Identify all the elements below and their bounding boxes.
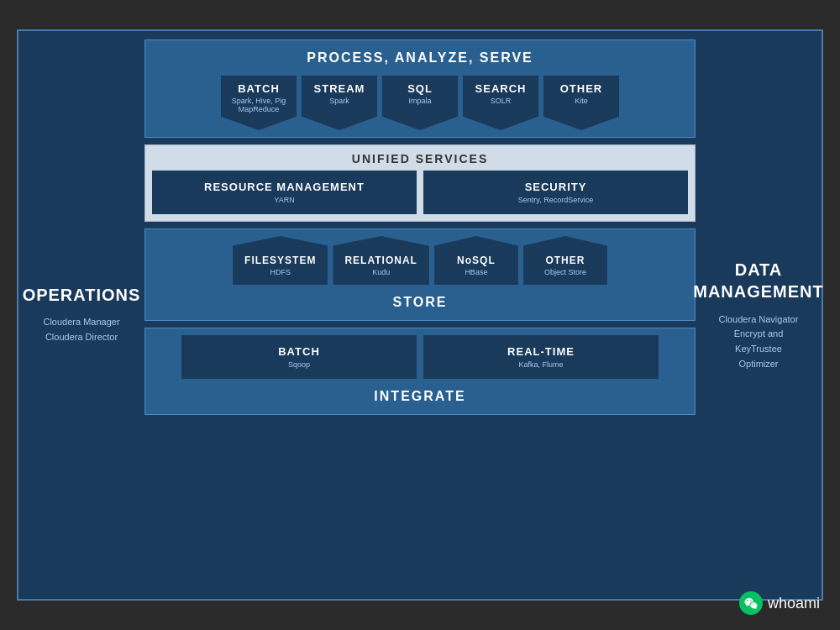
unified-section: UNIFIED SERVICES RESOURCE MANAGEMENT YAR… [144, 144, 696, 222]
operations-title: OPERATIONS [23, 286, 141, 305]
store-card-other: OTHER Object Store [523, 236, 607, 285]
integrate-cards: BATCH Sqoop REAL-TIME Kafka, Flume [152, 335, 688, 379]
store-card-relational: RELATIONAL Kudu [333, 236, 428, 285]
data-management-subtitle: Cloudera Navigator Encrypt and KeyTruste… [712, 312, 805, 371]
store-card-filesystem: FILESYSTEM HDFS [233, 236, 328, 285]
process-card-sql: SQL Impala [382, 76, 458, 130]
wechat-icon [739, 591, 763, 615]
main-diagram: OPERATIONS Cloudera Manager Cloudera Dir… [17, 29, 823, 601]
data-management-title: DATAMANAGEMENT [693, 259, 824, 302]
process-card-stream: STREAM Spark [302, 76, 377, 130]
center-content: PROCESS, ANALYZE, SERVE BATCH Spark, Hiv… [144, 39, 696, 591]
unified-cards: RESOURCE MANAGEMENT YARN SECURITY Sentry… [152, 171, 688, 214]
integrate-section: BATCH Sqoop REAL-TIME Kafka, Flume INTEG… [144, 328, 696, 415]
data-management-panel: DATAMANAGEMENT Cloudera Navigator Encryp… [704, 39, 813, 591]
integrate-card-batch: BATCH Sqoop [181, 335, 417, 379]
store-cards: FILESYSTEM HDFS RELATIONAL Kudu NoSQL HB… [152, 236, 688, 285]
operations-subtitle: Cloudera Manager Cloudera Director [43, 315, 119, 344]
process-card-search: SEARCH SOLR [463, 76, 538, 130]
integrate-card-realtime: REAL-TIME Kafka, Flume [423, 335, 659, 379]
unified-label: UNIFIED SERVICES [152, 152, 688, 165]
store-label: STORE [152, 291, 688, 313]
integrate-label: INTEGRATE [152, 386, 688, 407]
watermark: whoami [739, 591, 820, 615]
process-cards: BATCH Spark, Hive, PigMapReduce STREAM S… [152, 76, 688, 130]
process-section: PROCESS, ANALYZE, SERVE BATCH Spark, Hiv… [144, 39, 696, 138]
process-card-other: OTHER Kite [543, 76, 619, 130]
process-card-batch: BATCH Spark, Hive, PigMapReduce [221, 76, 297, 130]
watermark-text: whoami [768, 595, 820, 612]
unified-card-security: SECURITY Sentry, RecordService [423, 171, 688, 214]
unified-card-resource: RESOURCE MANAGEMENT YARN [152, 171, 417, 214]
store-card-nosql: NoSQL HBase [434, 236, 518, 285]
store-section: FILESYSTEM HDFS RELATIONAL Kudu NoSQL HB… [144, 228, 696, 321]
process-label: PROCESS, ANALYZE, SERVE [152, 47, 688, 69]
operations-panel: OPERATIONS Cloudera Manager Cloudera Dir… [27, 39, 136, 591]
